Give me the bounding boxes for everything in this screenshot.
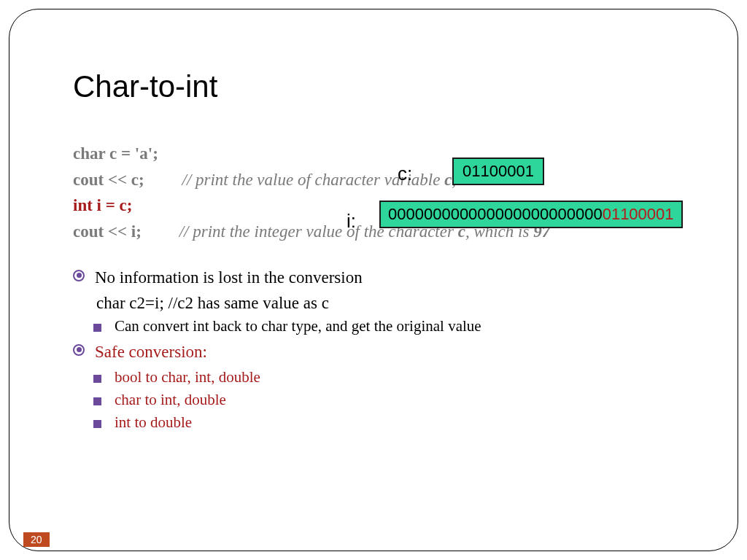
binary-box-c: 01100001 bbox=[452, 158, 544, 185]
bullet-row: bool to char, int, double bbox=[73, 368, 703, 386]
bullet-row: No information is lost in the conversion bbox=[73, 265, 703, 289]
bullet-text: int to double bbox=[115, 413, 192, 432]
overlay-binary-c: 01100001 bbox=[452, 158, 544, 185]
bullet-list: No information is lost in the conversion… bbox=[73, 265, 703, 432]
bullet-text: bool to char, int, double bbox=[115, 368, 260, 386]
bullet-subcode: char c2=i; //c2 has same value as c bbox=[96, 294, 703, 313]
bullet-row: Safe conversion: bbox=[73, 340, 703, 364]
bullet-text: char to int, double bbox=[115, 391, 226, 409]
square-bullet-icon bbox=[93, 420, 101, 428]
overlay-binary-i: 00000000000000000000000001100001 bbox=[379, 201, 683, 228]
bullet-row: char to int, double bbox=[73, 391, 703, 409]
code-line-2: cout << c; // print the value of charact… bbox=[73, 167, 703, 193]
code-line-1: char c = 'a'; bbox=[73, 141, 703, 167]
code-stmt: cout << c; bbox=[73, 171, 144, 189]
bullet-row: int to double bbox=[73, 413, 703, 432]
square-bullet-icon bbox=[93, 324, 101, 332]
overlay-label-i: i: bbox=[347, 210, 356, 233]
radio-bullet-icon bbox=[73, 344, 85, 356]
page-number: 20 bbox=[23, 532, 50, 547]
code-stmt: cout << i; bbox=[73, 222, 142, 241]
bullet-row: Can convert int back to char type, and g… bbox=[73, 317, 703, 335]
overlay-label-c: c: bbox=[398, 163, 412, 185]
radio-bullet-icon bbox=[73, 270, 85, 281]
bullet-text: No information is lost in the conversion bbox=[95, 265, 363, 289]
slide-title: Char-to-int bbox=[73, 69, 703, 104]
code-block: char c = 'a'; cout << c; // print the va… bbox=[73, 141, 703, 245]
binary-box-i: 00000000000000000000000001100001 bbox=[379, 201, 683, 228]
square-bullet-icon bbox=[93, 397, 101, 405]
bullet-text: Safe conversion: bbox=[95, 340, 207, 364]
bullet-text: Can convert int back to char type, and g… bbox=[115, 317, 481, 335]
square-bullet-icon bbox=[93, 375, 101, 383]
slide-content: Char-to-int char c = 'a'; cout << c; // … bbox=[73, 69, 703, 436]
